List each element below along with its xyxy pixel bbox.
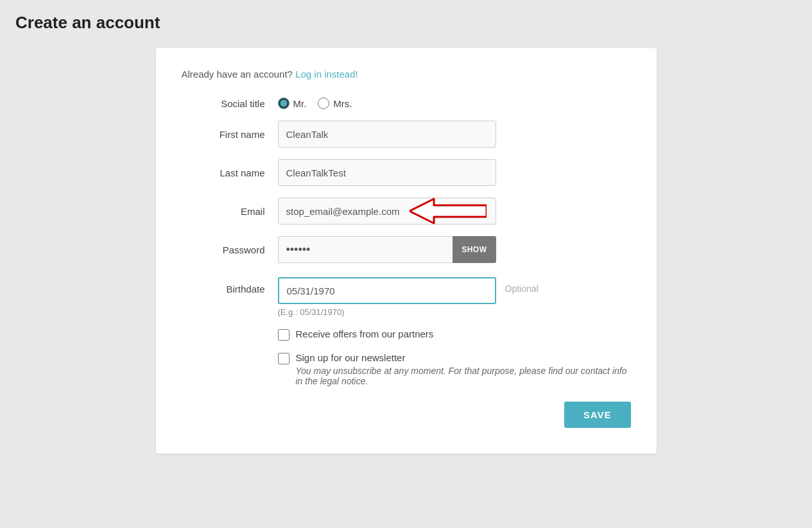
already-have-text: Already have an account? Log in instead! (182, 69, 631, 80)
birthdate-col: (E.g.: 05/31/1970) (278, 277, 496, 317)
password-label: Password (182, 244, 265, 255)
birthdate-hint: (E.g.: 05/31/1970) (278, 307, 496, 317)
email-row: Email (182, 198, 631, 225)
birthdate-row: Birthdate (E.g.: 05/31/1970) Optional (182, 275, 631, 317)
offers-row: Receive offers from our partners (278, 328, 631, 341)
save-row: SAVE (182, 402, 631, 428)
newsletter-checkbox[interactable] (278, 353, 289, 364)
offers-checkbox[interactable] (278, 329, 289, 341)
last-name-row: Last name (182, 159, 631, 186)
password-wrapper: SHOW (278, 236, 496, 263)
first-name-input[interactable] (278, 121, 496, 148)
newsletter-subtext: You may unsubscribe at any moment. For t… (296, 366, 631, 386)
mrs-label: Mrs. (333, 98, 352, 109)
already-have-label: Already have an account? (182, 69, 293, 80)
page-title: Create an account (15, 13, 799, 33)
newsletter-label: Sign up for our newsletter (296, 352, 631, 363)
newsletter-row: Sign up for our newsletter You may unsub… (278, 352, 631, 386)
password-row: Password SHOW (182, 236, 631, 263)
mrs-radio-label[interactable]: Mrs. (318, 98, 352, 109)
email-input[interactable] (278, 198, 496, 225)
social-title-row: Social title Mr. Mrs. (182, 98, 631, 109)
social-title-radios: Mr. Mrs. (278, 98, 352, 109)
mrs-radio[interactable] (318, 98, 329, 109)
first-name-row: First name (182, 121, 631, 148)
registration-card: Already have an account? Log in instead!… (156, 48, 657, 454)
last-name-input[interactable] (278, 159, 496, 186)
show-password-button[interactable]: SHOW (453, 236, 496, 263)
save-button[interactable]: SAVE (564, 402, 631, 428)
login-link[interactable]: Log in instead! (295, 69, 358, 80)
social-title-label: Social title (182, 98, 265, 109)
email-label: Email (182, 206, 265, 217)
birthdate-label: Birthdate (182, 284, 265, 294)
password-input[interactable] (278, 236, 453, 263)
newsletter-text-block: Sign up for our newsletter You may unsub… (296, 352, 631, 386)
last-name-label: Last name (182, 167, 265, 178)
mr-radio-label[interactable]: Mr. (278, 98, 307, 109)
birthdate-input[interactable] (278, 277, 496, 304)
optional-label: Optional (505, 284, 539, 294)
mr-label: Mr. (293, 98, 307, 109)
first-name-label: First name (182, 129, 265, 140)
offers-label: Receive offers from our partners (296, 328, 434, 339)
mr-radio[interactable] (278, 98, 289, 109)
